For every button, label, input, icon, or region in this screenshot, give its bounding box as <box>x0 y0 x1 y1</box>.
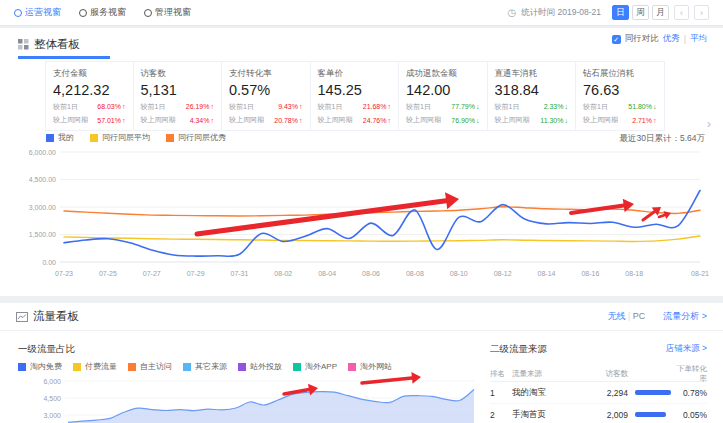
metric-label: 客单价 <box>318 68 392 80</box>
traffic-legend-item[interactable]: 淘外网站 <box>348 361 392 372</box>
metric-label: 访客数 <box>141 68 215 80</box>
metric-card[interactable]: 访客数5,131较前1日26.19%↑较上周同期4.34%↑ <box>134 61 223 131</box>
legend-label: 同行同层优秀 <box>178 132 226 143</box>
metric-compare-row: 较上周同期4.34%↑ <box>141 115 215 125</box>
metric-compare-pct: 68.03%↑ <box>97 103 125 110</box>
arrow-down-icon: ↓ <box>653 103 657 110</box>
arrow-up-icon: ↑ <box>122 117 126 124</box>
tab-icon <box>144 9 152 17</box>
metric-compare-pct: 76.90%↓ <box>451 117 479 124</box>
metric-value: 0.57% <box>229 82 303 98</box>
traffic-legend-item[interactable]: 自主访问 <box>128 361 172 372</box>
topbar-tab[interactable]: 管理视窗 <box>144 6 191 19</box>
stat-time-label: 统计时间 2019-08-21 <box>521 7 601 19</box>
svg-text:4,500: 4,500 <box>43 395 61 402</box>
svg-text:1,500.00: 1,500.00 <box>29 231 56 238</box>
svg-text:3,000: 3,000 <box>43 412 61 419</box>
svg-text:6,000.00: 6,000.00 <box>29 149 56 156</box>
period-button-月[interactable]: 月 <box>652 5 669 20</box>
metric-compare-name: 较上周同期 <box>53 115 88 125</box>
svg-text:07-31: 07-31 <box>230 270 248 277</box>
tab-icon <box>79 9 87 17</box>
metric-compare-row: 较前1日26.19%↑ <box>141 102 215 112</box>
legend-item[interactable]: 同行同层优秀 <box>166 132 226 143</box>
traffic-area-chart[interactable]: 6,0004,5003,000 <box>6 373 478 423</box>
legend-item[interactable]: 同行同层平均 <box>90 132 150 143</box>
device-tab-PC[interactable]: PC <box>633 311 646 321</box>
cell-visitors: 2,009 <box>584 410 628 420</box>
peer-compare-row: ✓ 同行对比 优秀 | 平均 <box>612 33 707 45</box>
topbar-tab[interactable]: 运营视窗 <box>14 6 61 19</box>
metric-label: 直通车消耗 <box>495 68 569 80</box>
next-period-button[interactable]: › <box>694 5 709 20</box>
compare-option-excellent[interactable]: 优秀 <box>663 33 680 45</box>
legend-swatch <box>183 363 191 371</box>
period-button-日[interactable]: 日 <box>612 5 629 20</box>
svg-text:08-08: 08-08 <box>406 270 424 277</box>
traffic-legend-label: 淘外APP <box>305 361 337 372</box>
traffic-legend-item[interactable]: 淘外APP <box>293 361 337 372</box>
prev-period-button[interactable]: ‹ <box>674 5 689 20</box>
metric-card[interactable]: 直通车消耗318.84较前1日2.33%↓较上周同期11.30%↓ <box>488 61 577 131</box>
trend-line-chart[interactable]: 0.001,500.003,000.004,500.006,000.0007-2… <box>12 146 712 286</box>
metric-compare-pct: 57.01%↑ <box>97 117 125 124</box>
arrow-up-icon: ↑ <box>653 117 657 124</box>
metric-card[interactable]: 钻石展位消耗76.63较前1日51.80%↓较上周同期2.71%↑ <box>576 61 665 131</box>
legend-swatch <box>90 134 98 142</box>
arrow-up-icon: ↑ <box>299 103 303 110</box>
traffic-analysis-link[interactable]: 流量分析 > <box>663 310 707 323</box>
metric-compare-name: 较前1日 <box>53 102 78 112</box>
period-group: 日周月 <box>612 5 669 20</box>
legend-item[interactable]: 我的 <box>46 132 74 143</box>
traffic-legend-item[interactable]: 站外投放 <box>238 361 282 372</box>
arrow-up-icon: ↑ <box>211 117 215 124</box>
topbar-right: ◷ 统计时间 2019-08-21 日周月 ‹ › <box>507 5 709 20</box>
table-row[interactable]: 1我的淘宝2,2940.78% <box>490 382 707 404</box>
period-button-周[interactable]: 周 <box>632 5 649 20</box>
cell-source: 我的淘宝 <box>512 387 584 399</box>
metric-card[interactable]: 客单价145.25较前1日21.68%↑较上周同期24.76%↑ <box>311 61 400 131</box>
device-tab-separator: | <box>625 311 632 321</box>
metric-compare-row: 较上周同期24.76%↑ <box>318 115 392 125</box>
peer-compare-checkbox[interactable]: ✓ <box>612 35 621 44</box>
metric-value: 5,131 <box>141 82 215 98</box>
metric-compare-name: 较前1日 <box>495 102 520 112</box>
metric-compare-pct: 24.76%↑ <box>363 117 391 124</box>
legend-label: 我的 <box>58 132 74 143</box>
topbar-tab-label: 服务视窗 <box>90 6 126 19</box>
svg-text:6,000: 6,000 <box>43 378 61 385</box>
metric-compare-pct: 26.19%↑ <box>186 103 214 110</box>
svg-text:08-18: 08-18 <box>625 270 643 277</box>
metric-label: 钻石展位消耗 <box>583 68 657 80</box>
metric-label: 成功退款金额 <box>406 68 480 80</box>
metric-compare-name: 较上周同期 <box>406 115 441 125</box>
svg-text:07-27: 07-27 <box>143 270 161 277</box>
metric-compare-pct: 4.34%↑ <box>190 117 214 124</box>
svg-text:0.00: 0.00 <box>42 259 56 266</box>
traffic-legend-item[interactable]: 付费流量 <box>73 361 117 372</box>
metric-compare-name: 较上周同期 <box>229 115 264 125</box>
traffic-legend-item[interactable]: 淘内免费 <box>18 361 62 372</box>
metric-compare-row: 较上周同期20.78%↑ <box>229 115 303 125</box>
cell-bar <box>628 390 672 395</box>
arrow-up-icon: ↑ <box>122 103 126 110</box>
compare-option-average[interactable]: 平均 <box>690 33 707 45</box>
legend-swatch <box>238 363 246 371</box>
arrow-up-icon: ↑ <box>388 103 392 110</box>
table-row[interactable]: 2手淘首页2,0090.05% <box>490 404 707 423</box>
traffic-header-right: 无线 | PC 流量分析 > <box>607 310 707 323</box>
metric-card[interactable]: 支付金额4,212.32较前1日68.03%↑较上周同期57.01%↑ <box>45 61 134 131</box>
metric-card[interactable]: 成功退款金额142.00较前1日77.79%↓较上周同期76.90%↓ <box>399 61 488 131</box>
metric-value: 142.00 <box>406 82 480 98</box>
topbar-tab[interactable]: 服务视窗 <box>79 6 126 19</box>
metrics-next-button[interactable]: › <box>701 116 717 132</box>
overview-title[interactable]: 整体看板 <box>18 37 80 52</box>
cell-visitors: 2,294 <box>584 388 628 398</box>
traffic-legend-item[interactable]: 其它来源 <box>183 361 227 372</box>
svg-text:08-02: 08-02 <box>274 270 292 277</box>
metric-card[interactable]: 支付转化率0.57%较前1日9.43%↑较上周同期20.78%↑ <box>222 61 311 131</box>
cell-conversion: 0.78% <box>672 388 707 398</box>
device-tab-无线[interactable]: 无线 <box>607 311 625 321</box>
shop-source-link[interactable]: 店铺来源 > <box>666 343 707 355</box>
line-chart-icon <box>16 312 28 322</box>
